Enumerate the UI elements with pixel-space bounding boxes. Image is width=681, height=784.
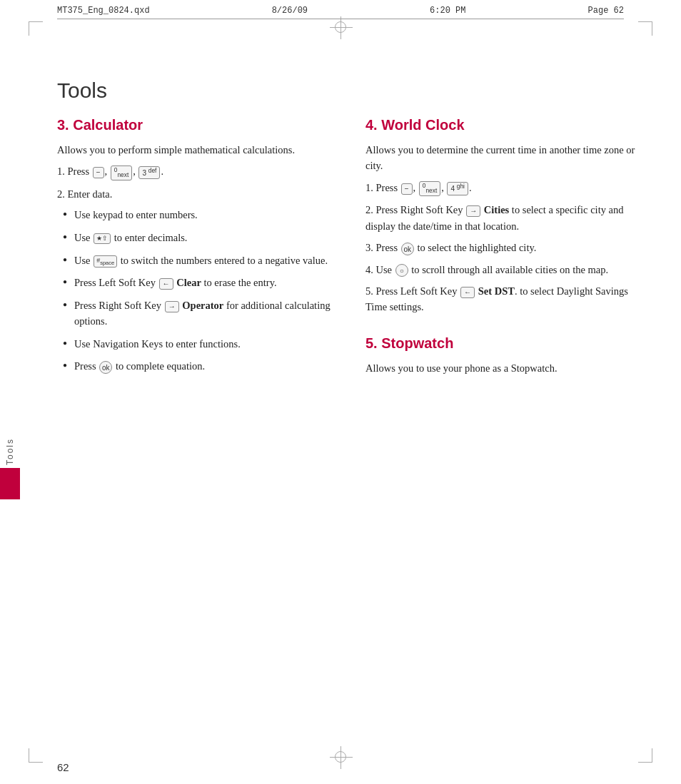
world-clock-section: 4. World Clock Allows you to determine t… (365, 117, 645, 315)
world-clock-step4: 4. Use ○ to scroll through all available… (365, 262, 645, 278)
key-lsk: ← (159, 278, 173, 290)
calculator-intro: Allows you to perform simple mathematica… (57, 142, 337, 158)
calculator-bullets: Use keypad to enter numbers. Use ★⇧ to e… (63, 208, 337, 375)
crop-mark-tr (638, 21, 652, 36)
calculator-step2: 2. Enter data. (57, 186, 337, 202)
key-star-shift: ★⇧ (94, 233, 111, 244)
bullet-keypad: Use keypad to enter numbers. (63, 208, 337, 223)
main-content: Tools 3. Calculator Allows you to perfor… (57, 36, 645, 741)
world-clock-body: Allows you to determine the current time… (365, 142, 645, 315)
world-clock-heading: 4. World Clock (365, 117, 645, 133)
page-header: MT375_Eng_0824.qxd 8/26/09 6:20 PM Page … (57, 6, 624, 19)
crop-mark-bl (29, 748, 43, 763)
calculator-section: 3. Calculator Allows you to perform simp… (57, 117, 337, 382)
wc-key-nav: ○ (395, 264, 408, 277)
key-0next: 0next (111, 166, 132, 180)
key-minus: − (93, 167, 104, 178)
header-filename: MT375_Eng_0824.qxd (57, 6, 150, 16)
stopwatch-section: 5. Stopwatch Allows you to use your phon… (365, 335, 645, 376)
world-clock-step1: 1. Press −, 0next, 4 ghi. (365, 180, 645, 196)
header-date: 8/26/09 (272, 6, 308, 16)
header-time: 6:20 PM (430, 6, 465, 16)
bullet-decimals: Use ★⇧ to enter decimals. (63, 230, 337, 246)
bullet-navigation: Use Navigation Keys to enter functions. (63, 337, 337, 352)
stopwatch-intro: Allows you to use your phone as a Stopwa… (365, 360, 645, 376)
wc-key-lsk: ← (460, 287, 475, 298)
key-ok: ok (99, 361, 112, 374)
calculator-heading: 3. Calculator (57, 117, 337, 133)
wc-key-0next: 0next (419, 181, 440, 196)
stopwatch-body: Allows you to use your phone as a Stopwa… (365, 360, 645, 376)
world-clock-step3: 3. Press ok to select the highlighted ci… (365, 240, 645, 255)
crop-mark-br (638, 748, 652, 763)
bullet-clear: Press Left Soft Key ← Clear to erase the… (63, 275, 337, 291)
key-3def: 3 def (138, 166, 160, 179)
key-rsk: → (165, 301, 179, 312)
page-number: 62 (57, 761, 69, 773)
wc-key-ok: ok (401, 243, 414, 255)
wc-key-4ghi: 4 ghi (447, 182, 468, 195)
bullet-ok: Press ok to complete equation. (63, 359, 337, 375)
bullet-operator: Press Right Soft Key → Operator for addi… (63, 298, 337, 330)
page-title: Tools (57, 78, 645, 103)
bullet-negative: Use #space to switch the numbers entered… (63, 253, 337, 269)
header-page: Page 62 (588, 6, 624, 16)
right-column: 4. World Clock Allows you to determine t… (365, 117, 645, 382)
wc-key-minus: − (401, 183, 413, 195)
sidebar-tab: Tools (0, 414, 20, 499)
calculator-body: Allows you to perform simple mathematica… (57, 142, 337, 375)
world-clock-intro: Allows you to determine the current time… (365, 142, 645, 174)
world-clock-step5: 5. Press Left Soft Key ← Set DST. to sel… (365, 283, 645, 315)
two-column-layout: 3. Calculator Allows you to perform simp… (57, 117, 645, 382)
registration-mark-top (335, 21, 346, 33)
sidebar-bar (0, 468, 20, 499)
key-hash-space: #space (94, 255, 117, 268)
world-clock-step2: 2. Press Right Soft Key → Cities to sele… (365, 202, 645, 234)
sidebar-label: Tools (5, 438, 15, 465)
wc-key-rsk: → (466, 205, 480, 217)
calculator-step1: 1. Press −, 0next, 3 def. (57, 163, 337, 180)
crop-mark-tl (29, 21, 43, 36)
stopwatch-heading: 5. Stopwatch (365, 335, 645, 352)
registration-mark-bottom (335, 751, 346, 763)
